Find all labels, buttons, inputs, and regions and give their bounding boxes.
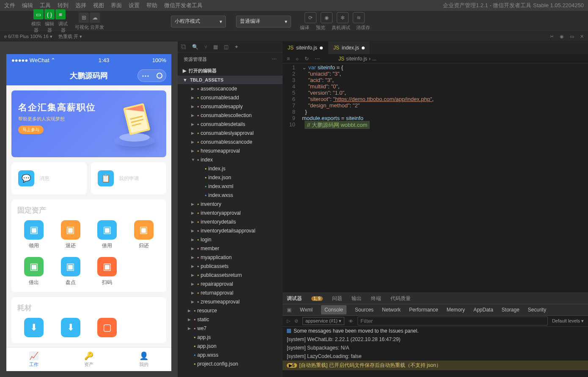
dt1-代码质量[interactable]: 代码质量 bbox=[390, 295, 411, 302]
close-icon[interactable]: ✕ bbox=[580, 34, 584, 39]
play-icon[interactable]: ▷ bbox=[287, 318, 290, 324]
capsule-button[interactable]: ⋯ bbox=[137, 69, 166, 82]
tree-index.wxss[interactable]: ▪index.wxss bbox=[178, 191, 283, 199]
menu-item[interactable]: 文件 bbox=[4, 2, 15, 9]
device-select[interactable]: e 6/7/8 Plus 100% 16 ▾ bbox=[4, 34, 52, 39]
record-icon[interactable]: ◉ bbox=[560, 34, 564, 39]
inspect-icon[interactable]: ▣ bbox=[287, 307, 291, 313]
tab-资产[interactable]: 🔑资产 bbox=[61, 348, 116, 371]
more-ed-icon[interactable]: ⋯ bbox=[315, 56, 320, 62]
ext2-icon[interactable]: ◫ bbox=[224, 44, 228, 50]
dt2-Performance[interactable]: Performance bbox=[409, 307, 438, 313]
simulator-btn[interactable]: ▭ bbox=[33, 9, 44, 19]
menu-item[interactable]: 工具 bbox=[40, 2, 51, 9]
dt1-终端[interactable]: 终端 bbox=[371, 295, 381, 302]
menu-item[interactable]: 设置 bbox=[129, 2, 140, 9]
phone-frame[interactable]: ●●●●● WeChat ⌃1:43100% 大鹏源码网 ⋯ 名企汇集高薪职位 … bbox=[6, 54, 171, 371]
phone-icon[interactable]: ▭ bbox=[570, 34, 574, 39]
filter-input[interactable] bbox=[357, 317, 548, 325]
grid-退还[interactable]: ▣退还 bbox=[54, 220, 88, 249]
more-icon[interactable]: ⋯ bbox=[272, 57, 277, 62]
tree-index.wxml[interactable]: ▪index.wxml bbox=[178, 182, 283, 191]
visual-btn[interactable]: ⊞ bbox=[79, 13, 89, 23]
tab-工作[interactable]: 📈工作 bbox=[6, 348, 61, 371]
dt2-Storage[interactable]: Storage bbox=[502, 307, 519, 313]
dt2-Wxml[interactable]: Wxml bbox=[300, 307, 313, 313]
search-icon[interactable]: 🔍 bbox=[192, 44, 198, 50]
tree-returnapproval[interactable]: ▶▪returnapproval bbox=[178, 288, 283, 297]
tree-inventory[interactable]: ▶▪inventory bbox=[178, 199, 283, 208]
tab-我的[interactable]: 👤我的 bbox=[116, 348, 171, 371]
compile-icon[interactable]: ⟳ bbox=[305, 12, 316, 23]
tree-repairapproval[interactable]: ▶▪repairapproval bbox=[178, 279, 283, 288]
tree-consumablescollection[interactable]: ▶▪consumablescollection bbox=[178, 111, 283, 120]
compile-select[interactable]: 普通编译▾ bbox=[236, 16, 291, 27]
dt2-Network[interactable]: Network bbox=[382, 307, 401, 313]
tree-inventorydetailsapproval[interactable]: ▶▪inventorydetailsapproval bbox=[178, 226, 283, 235]
menu-item[interactable]: 选择 bbox=[75, 2, 86, 9]
tree-login[interactable]: ▶▪login bbox=[178, 235, 283, 244]
files-icon[interactable]: ⿻ bbox=[181, 44, 186, 50]
menu-item[interactable]: 界面 bbox=[111, 2, 122, 9]
ext-icon[interactable]: ▦ bbox=[213, 44, 218, 50]
code-editor[interactable]: 1⌄var siteinfo = { 2 "uniacid": "3", 3 "… bbox=[283, 63, 588, 129]
tree-static[interactable]: ▶▪static bbox=[178, 315, 283, 324]
tree-zresumeapproval[interactable]: ▶▪zresumeapproval bbox=[178, 297, 283, 306]
tree-index.json[interactable]: ▪index.json bbox=[178, 173, 283, 182]
menu-item[interactable]: 转到 bbox=[58, 2, 69, 9]
remote-debug-icon[interactable]: ✻ bbox=[337, 12, 349, 23]
debugger-btn[interactable]: ≡ bbox=[55, 9, 66, 19]
tree-myapplication[interactable]: ▶▪myapplication bbox=[178, 253, 283, 262]
tree-index.js[interactable]: ▪index.js bbox=[178, 164, 283, 173]
grid-借用[interactable]: ▣借用 bbox=[91, 220, 124, 249]
menu-item[interactable]: 帮助 bbox=[146, 2, 157, 9]
tree-inventorydetails[interactable]: ▶▪inventorydetails bbox=[178, 217, 283, 226]
tree-consumableslyapproval[interactable]: ▶▪consumableslyapproval bbox=[178, 128, 283, 137]
tree-inventoryapproval[interactable]: ▶▪inventoryapproval bbox=[178, 208, 283, 217]
compile-ed-icon[interactable]: ↻ bbox=[305, 56, 309, 62]
open-editors-header[interactable]: ▶打开的编辑器 bbox=[178, 66, 283, 76]
bookmark-icon[interactable]: ⟐ bbox=[296, 56, 299, 62]
tab-siteinfo[interactable]: JSsiteinfo.js bbox=[283, 41, 328, 54]
cut-icon[interactable]: ✂ bbox=[550, 34, 554, 39]
menu-item[interactable]: 微信开发者工具 bbox=[164, 2, 203, 9]
dt2-Security[interactable]: Security bbox=[528, 307, 546, 313]
tree-consumablesapply[interactable]: ▶▪consumablesapply bbox=[178, 102, 283, 111]
tree-consumablesscancode[interactable]: ▶▪consumablesscancode bbox=[178, 137, 283, 146]
banner[interactable]: 名企汇集高薪职位 帮助更多的人实现梦想 马上参与 bbox=[11, 90, 166, 157]
dt1-问题[interactable]: 问题 bbox=[332, 295, 342, 302]
dt-tab-debugger[interactable]: 调试器 bbox=[287, 295, 302, 302]
tree-publicassets[interactable]: ▶▪publicassets bbox=[178, 262, 283, 270]
clear-cache-icon[interactable]: ≋ bbox=[353, 12, 365, 23]
cloud-btn[interactable]: ☁ bbox=[90, 13, 100, 23]
tree-we7[interactable]: ▶▪we7 bbox=[178, 324, 283, 333]
clear-icon[interactable]: ⊘ bbox=[294, 318, 298, 324]
grid-盘点[interactable]: ▣盘点 bbox=[54, 257, 88, 286]
dt2-Console[interactable]: Console bbox=[321, 305, 346, 314]
dt2-Memory[interactable]: Memory bbox=[447, 307, 465, 313]
tree-member[interactable]: ▶▪member bbox=[178, 244, 283, 253]
list-icon[interactable]: ≡ bbox=[287, 56, 290, 62]
dt2-AppData[interactable]: AppData bbox=[473, 307, 493, 313]
card-myapp[interactable]: 📋我的申请 bbox=[91, 162, 166, 194]
mode-select[interactable]: 小程序模式▾ bbox=[171, 16, 226, 27]
levels-select[interactable]: Default levels ▾ bbox=[552, 318, 584, 324]
branch-icon[interactable]: ⑂ bbox=[204, 44, 207, 50]
preview-icon[interactable]: ◉ bbox=[321, 12, 332, 23]
tree-publicassetsreturn[interactable]: ▶▪publicassetsreturn bbox=[178, 270, 283, 279]
ext3-icon[interactable]: ✦ bbox=[234, 44, 239, 50]
grid-借出[interactable]: ▣借出 bbox=[17, 257, 51, 286]
tree-consumablesadd[interactable]: ▶▪consumablesadd bbox=[178, 93, 283, 102]
root-folder[interactable]: ▼TBLD_ASSETS bbox=[178, 76, 283, 84]
tree-assetsscancode[interactable]: ▶▪assetsscancode bbox=[178, 84, 283, 93]
grid-扫码[interactable]: ▣扫码 bbox=[91, 257, 124, 286]
tree-index[interactable]: ▼▪index bbox=[178, 155, 283, 164]
grid-归还[interactable]: ▣归还 bbox=[127, 220, 161, 249]
tree-resource[interactable]: ▶▪resource bbox=[178, 306, 283, 315]
menu-item[interactable]: 视图 bbox=[93, 2, 104, 9]
context-select[interactable]: appservice (#1) ▾ bbox=[302, 317, 344, 325]
tree-app.json[interactable]: ▪app.json bbox=[178, 341, 283, 350]
tree-app.js[interactable]: ▪app.js bbox=[178, 333, 283, 341]
tree-app.wxss[interactable]: ▪app.wxss bbox=[178, 350, 283, 359]
hot-reload[interactable]: 热重载 开 ▾ bbox=[58, 33, 82, 40]
